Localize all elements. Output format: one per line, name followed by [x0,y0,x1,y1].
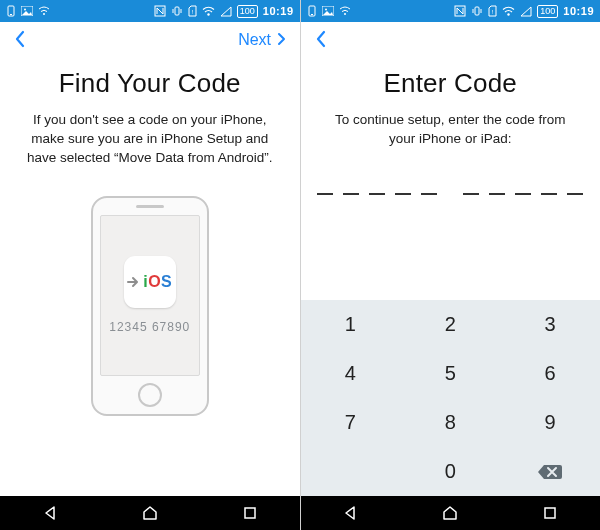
key-5[interactable]: 5 [400,349,500,398]
key-4[interactable]: 4 [301,349,401,398]
wifi-small-icon [339,6,351,16]
svg-rect-18 [475,7,479,15]
nav-recent-button[interactable] [541,504,559,522]
svg-rect-23 [545,508,555,518]
svg-point-3 [24,9,26,11]
arrow-right-icon [127,275,141,289]
nfc-icon [154,5,166,17]
chevron-right-icon [276,32,286,46]
back-button[interactable] [14,30,26,51]
chevron-left-icon [315,30,327,48]
key-6[interactable]: 6 [500,349,600,398]
svg-point-10 [207,13,209,15]
key-9[interactable]: 9 [500,398,600,447]
svg-text:!: ! [492,9,494,15]
illustration: iOS 12345 67890 [0,168,300,496]
svg-point-16 [344,13,346,15]
vibrate-icon [171,5,183,17]
next-button[interactable]: Next [238,31,285,49]
svg-point-15 [325,9,327,11]
svg-rect-13 [311,14,313,15]
wifi-icon [202,6,215,17]
svg-point-4 [43,13,45,15]
svg-rect-6 [175,7,179,15]
status-time: 10:19 [263,5,294,17]
android-nav-bar [301,496,601,530]
phone-status-icon [307,5,317,17]
key-0[interactable]: 0 [400,447,500,496]
key-blank [301,447,401,496]
back-button[interactable] [315,30,327,51]
page-title: Enter Code [319,68,583,99]
wifi-icon [502,6,515,17]
battery-icon: 100 [237,5,258,18]
svg-rect-1 [10,14,12,15]
svg-point-22 [508,13,510,15]
key-3[interactable]: 3 [500,300,600,349]
move-to-ios-app-icon: iOS [124,256,176,308]
nav-home-button[interactable] [141,504,159,522]
iphone-illustration: iOS 12345 67890 [91,196,209,416]
home-button-icon [138,383,162,407]
key-backspace[interactable] [500,447,600,496]
wifi-small-icon [38,6,50,16]
signal-icon [520,6,532,17]
signal-icon [220,6,232,17]
page-subtitle: To continue setup, enter the code from y… [325,111,577,149]
sample-code: 12345 67890 [109,320,190,334]
android-status-bar: ! 100 10:19 [301,0,601,22]
phone-status-icon [6,5,16,17]
image-status-icon [21,6,33,16]
key-1[interactable]: 1 [301,300,401,349]
svg-text:!: ! [191,9,193,15]
image-status-icon [322,6,334,16]
key-2[interactable]: 2 [400,300,500,349]
android-nav-bar [0,496,300,530]
top-nav [301,22,601,58]
key-8[interactable]: 8 [400,398,500,447]
numeric-keypad: 1 2 3 4 5 6 7 8 9 0 [301,300,601,496]
backspace-icon [537,463,563,481]
top-nav: Next [0,22,300,58]
nav-home-button[interactable] [441,504,459,522]
sim-icon: ! [488,5,497,17]
vibrate-icon [471,5,483,17]
nav-back-button[interactable] [341,504,359,522]
next-label: Next [238,31,271,48]
page-subtitle: If you don't see a code on your iPhone, … [24,111,276,168]
battery-icon: 100 [537,5,558,18]
nav-recent-button[interactable] [241,504,259,522]
sim-icon: ! [188,5,197,17]
status-time: 10:19 [563,5,594,17]
screen-find-code: ! 100 10:19 Next Find Your Code If you d… [0,0,301,530]
key-7[interactable]: 7 [301,398,401,447]
screen-enter-code: ! 100 10:19 Enter Code To continue setup… [301,0,601,530]
ios-text-icon: iOS [143,273,172,291]
svg-rect-11 [245,508,255,518]
nfc-icon [454,5,466,17]
nav-back-button[interactable] [41,504,59,522]
code-input[interactable] [301,179,601,195]
android-status-bar: ! 100 10:19 [0,0,300,22]
chevron-left-icon [14,30,26,48]
page-title: Find Your Code [18,68,282,99]
